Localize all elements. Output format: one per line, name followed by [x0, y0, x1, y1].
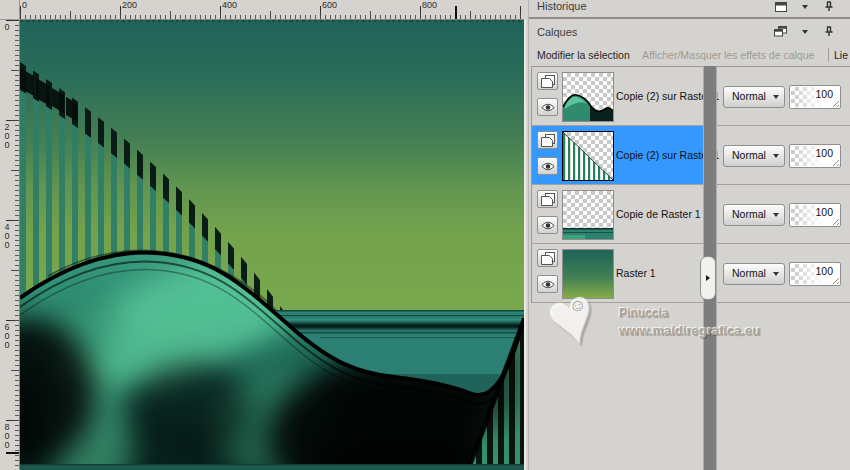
history-panel-header: Historique: [529, 0, 850, 15]
opacity-value: 100: [815, 88, 833, 100]
ruler-label: 200: [2, 122, 11, 149]
layer-control-row: Normal 100: [715, 126, 850, 185]
history-panel-title: Historique: [537, 0, 587, 12]
raster-layer-type-icon: [537, 131, 558, 149]
opacity-field[interactable]: 100: [789, 85, 841, 109]
layers-toolbar: Modifier la sélection Afficher/Masquer l…: [529, 44, 850, 66]
layers-menu-chevron-down-icon[interactable]: [798, 26, 811, 37]
layer-row-selected[interactable]: Copie (2) sur Raster 1: [532, 126, 704, 185]
watermark-url: www.maidiregrafica.eu: [619, 323, 760, 338]
artwork-image: [20, 20, 524, 470]
layer-thumbnail[interactable]: [562, 190, 614, 240]
ruler-label: 600: [2, 322, 11, 349]
layer-thumbnail[interactable]: [562, 249, 614, 299]
ruler-corner: [0, 0, 20, 20]
watermark-name: Pinuccia: [619, 306, 668, 320]
cursor-position-marker: [455, 6, 457, 19]
left-ruler[interactable]: 0 200 400 600 800: [0, 20, 20, 470]
blend-mode-value: Normal: [732, 208, 766, 220]
chevron-down-icon: [773, 154, 779, 158]
raster-layer-type-icon: [537, 249, 558, 267]
blend-mode-dropdown[interactable]: Normal: [723, 145, 785, 167]
raster-layer-type-icon: [537, 190, 558, 208]
canvas-artwork[interactable]: [20, 20, 526, 470]
blend-mode-dropdown[interactable]: Normal: [723, 86, 785, 108]
layers-window-mode-icon[interactable]: [774, 26, 787, 37]
blend-mode-value: Normal: [732, 267, 766, 279]
layer-visibility-eye-icon[interactable]: [537, 98, 558, 116]
chevron-down-icon: [773, 213, 779, 217]
layer-control-row: Normal 100: [715, 67, 850, 126]
chevron-down-icon: [773, 95, 779, 99]
layer-name: Raster 1: [616, 267, 656, 279]
opacity-value: 100: [815, 147, 833, 159]
layer-visibility-eye-icon[interactable]: [537, 216, 558, 234]
layer-control-row: Normal 100: [715, 244, 850, 303]
blend-mode-value: Normal: [732, 149, 766, 161]
layer-name: Copie de Raster 1: [616, 208, 701, 220]
ruler-label: 400: [2, 222, 11, 249]
layer-controls-column: Normal 100 Normal 100: [715, 66, 850, 303]
chevron-down-icon: [773, 272, 779, 276]
toolbar-separator: [828, 48, 829, 62]
layer-thumbnail[interactable]: [562, 72, 614, 122]
layer-thumbnail[interactable]: [562, 131, 614, 181]
link-button[interactable]: Lie: [834, 44, 848, 66]
blend-mode-dropdown[interactable]: Normal: [723, 204, 785, 226]
history-window-mode-icon[interactable]: [774, 1, 787, 12]
raster-layer-type-icon: [537, 72, 558, 90]
layer-control-row: Normal 100: [715, 185, 850, 244]
history-pin-icon[interactable]: [822, 1, 835, 12]
show-hide-layer-effects-button[interactable]: Afficher/Masquer les effets de calque: [642, 44, 814, 66]
layers-list: Copie (2) sur Raster 1 Copie (2) sur Ras: [531, 66, 704, 303]
layers-panel-title: Calques: [537, 26, 577, 38]
ruler-label: 400: [222, 1, 237, 10]
opacity-field[interactable]: 100: [789, 262, 841, 286]
layer-row[interactable]: Copie de Raster 1: [532, 185, 704, 244]
opacity-field[interactable]: 100: [789, 144, 841, 168]
ruler-label: 600: [322, 1, 337, 10]
modify-selection-button[interactable]: Modifier la sélection: [537, 44, 630, 66]
history-menu-chevron-down-icon[interactable]: [798, 1, 811, 12]
layer-row[interactable]: Copie (2) sur Raster 1: [532, 67, 704, 126]
opacity-field[interactable]: 100: [789, 203, 841, 227]
layers-pin-icon[interactable]: [822, 26, 835, 37]
opacity-value: 100: [815, 265, 833, 277]
ruler-label: 0: [2, 22, 11, 31]
top-ruler[interactable]: 0 200 400 600 800: [20, 0, 524, 20]
ruler-label: 800: [2, 422, 11, 449]
blend-mode-value: Normal: [732, 90, 766, 102]
blend-mode-dropdown[interactable]: Normal: [723, 263, 785, 285]
layers-panel-header: Calques: [529, 17, 850, 45]
ruler-label: 0: [22, 1, 27, 10]
splitter-collapse-handle[interactable]: [700, 256, 716, 300]
app-window: 0 200 400 600 800 0 200 400 600 800: [0, 0, 850, 470]
cursor-position-marker: [6, 452, 19, 454]
opacity-value: 100: [815, 206, 833, 218]
layer-row[interactable]: Raster 1: [532, 244, 704, 303]
side-panel: Historique Calques: [528, 0, 850, 470]
layer-visibility-eye-icon[interactable]: [537, 275, 558, 293]
collapse-arrow-icon: [706, 275, 710, 281]
ruler-label: 200: [122, 1, 137, 10]
ruler-label: 800: [422, 1, 437, 10]
layer-visibility-eye-icon[interactable]: [537, 157, 558, 175]
